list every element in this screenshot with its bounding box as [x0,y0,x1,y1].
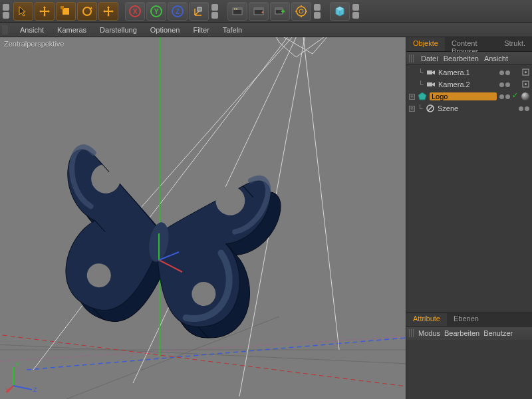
tree-label: Kamera.2 [438,80,497,88]
om-menu-datei[interactable]: Datei [421,55,438,63]
target-icon[interactable] [522,80,529,89]
scale-tool[interactable] [56,2,76,21]
y-lock[interactable]: Y [146,2,166,21]
move-tool[interactable] [35,2,55,21]
null-icon [426,104,435,113]
polygon-icon [418,92,427,101]
tab-objekte[interactable]: Objekte [406,37,445,51]
svg-line-52 [428,106,433,111]
toggle-stack-2[interactable] [211,4,221,19]
toggle-stack-4[interactable] [352,4,362,19]
render-picture-icon[interactable] [249,2,269,21]
render-view-icon[interactable] [227,2,247,21]
target-icon[interactable] [522,68,529,77]
vp-menu-darstellung[interactable]: Darstellung [94,25,142,35]
om-menu-ansicht[interactable]: Ansicht [484,55,508,63]
vp-menu-filter[interactable]: Filter [188,25,214,35]
primitive-cube-icon[interactable] [330,2,350,21]
enable-check-icon[interactable] [513,93,519,100]
tree-row-szene[interactable]: + └ Szene [406,102,532,114]
svg-point-11 [234,8,235,9]
attr-menu-benutzer[interactable]: Benutzer [483,329,513,337]
svg-text:Z: Z [176,8,180,15]
svg-text:Y: Y [15,361,19,368]
attribute-body [406,340,532,399]
coord-system-icon[interactable] [189,2,209,21]
visibility-dots[interactable] [499,82,510,87]
svg-point-47 [525,71,527,73]
object-manager-menu: Datei Bearbeiten Ansicht [406,52,532,65]
visibility-dots[interactable] [499,94,510,99]
svg-text:X: X [5,387,9,394]
svg-rect-14 [254,8,263,10]
main-toolbar: X Y Z [0,0,532,23]
svg-line-24 [0,333,406,390]
grip-icon[interactable] [3,25,8,35]
camera-icon [426,80,436,89]
render-queue-icon[interactable] [291,2,311,21]
svg-line-40 [13,386,32,390]
object-tree[interactable]: └ Kamera.1 └ Kamera.2 [406,65,532,313]
rotate-tool[interactable] [77,2,97,21]
expand-icon[interactable]: + [409,106,415,112]
toggle-stack-3[interactable] [314,4,323,19]
svg-point-2 [83,7,91,15]
vp-menu-tafeln[interactable]: Tafeln [217,25,247,35]
right-panel: Objekte Content Browser Strukt. Datei Be… [406,37,532,399]
camera-icon [426,68,436,77]
svg-text:Y: Y [154,8,159,15]
svg-rect-45 [427,70,432,74]
tree-label: Szene [438,104,516,112]
tab-attribute[interactable]: Attribute [406,313,447,326]
grip-icon[interactable] [409,329,414,337]
tree-row-kamera2[interactable]: └ Kamera.2 [406,78,532,90]
visibility-dots[interactable] [519,106,529,111]
svg-rect-1 [61,6,64,9]
svg-point-17 [297,7,306,16]
svg-point-12 [236,8,237,9]
svg-line-28 [303,37,339,350]
render-settings-icon[interactable] [270,2,290,21]
tree-label: Logo [430,92,497,100]
visibility-dots[interactable] [499,70,510,75]
expand-icon[interactable]: + [409,94,415,100]
tree-row-logo[interactable]: + Logo [406,90,532,102]
attribute-panel: Attribute Ebenen Modus Bearbeiten Benutz… [406,313,532,399]
main-split: Zentralperspektive [0,37,532,399]
attr-menu-modus[interactable]: Modus [418,329,440,337]
tab-ebenen[interactable]: Ebenen [447,313,485,326]
material-tag-icon[interactable] [521,92,529,100]
viewport-scene [0,37,406,399]
viewport-menubar: Ansicht Kameras Darstellung Optionen Fil… [0,23,532,37]
undo-redo-stack[interactable] [3,4,12,19]
tab-content-browser[interactable]: Content Browser [445,37,497,51]
svg-point-50 [525,83,527,85]
svg-text:X: X [133,8,138,15]
grip-icon[interactable] [409,55,414,63]
attr-menu-bearbeiten[interactable]: Bearbeiten [444,329,479,337]
object-manager-tabs: Objekte Content Browser Strukt. [406,37,532,52]
last-tool[interactable] [98,2,118,21]
svg-point-18 [299,9,303,13]
tree-label: Kamera.1 [438,68,497,76]
vp-menu-optionen[interactable]: Optionen [145,25,186,35]
svg-text:Z: Z [33,386,37,393]
z-lock[interactable]: Z [168,2,188,21]
attribute-tabs: Attribute Ebenen [406,313,532,327]
x-lock[interactable]: X [125,2,145,21]
vp-menu-kameras[interactable]: Kameras [52,25,92,35]
tab-struktur[interactable]: Strukt. [497,37,532,51]
world-axis-widget: Y Z X [5,360,39,394]
om-menu-bearbeiten[interactable]: Bearbeiten [444,55,479,63]
select-tool[interactable] [13,2,33,21]
vp-menu-ansicht[interactable]: Ansicht [15,25,49,35]
attribute-menu: Modus Bearbeiten Benutzer [406,327,532,340]
svg-line-23 [27,338,406,370]
tree-row-kamera1[interactable]: └ Kamera.1 [406,66,532,78]
viewport-3d[interactable]: Zentralperspektive [0,37,406,399]
svg-rect-48 [427,82,432,86]
svg-rect-16 [275,8,283,10]
